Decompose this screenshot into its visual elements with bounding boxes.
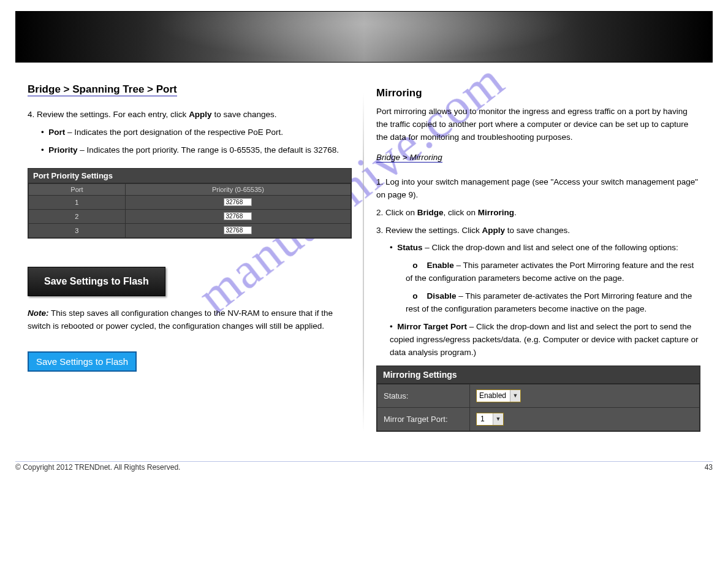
table-row: 2 [29, 209, 351, 223]
step-mid: , click on [444, 208, 478, 217]
table-row: Status: Enabled ▼ [377, 384, 700, 407]
bullet-port-label: Port [48, 128, 67, 137]
bullet-status-body: – Click the drop-down and list and selec… [425, 243, 678, 252]
step-tail: on page 9). [376, 190, 418, 199]
mirroring-settings-title: Mirroring Settings [377, 366, 700, 384]
step-num: 2. [376, 208, 383, 217]
bullet-priority: • Priority – Indicates the port priority… [41, 144, 352, 157]
mirror-step-3: 3. Review the settings. Click Apply to s… [376, 224, 700, 237]
mirroring-settings-box: Mirroring Settings Status: Enabled ▼ Mir… [376, 366, 700, 432]
bridge-path-title: Bridge > Spanning Tree > Port [28, 83, 177, 96]
step-end: . [514, 208, 517, 217]
bullet-mtp: • Mirror Target Port – Click the drop-do… [390, 321, 700, 359]
bullet-mtp-label: Mirror Target Port [397, 322, 469, 331]
sub-enable-label: o Enable [406, 261, 457, 270]
step-num: 1. [376, 177, 383, 186]
bullet-status: • Status – Click the drop-down and list … [390, 242, 700, 255]
right-column: Mirroring Port mirroring allows you to m… [364, 69, 713, 432]
mirror-step-2: 2. Click on Bridge, click on Mirroring. [376, 207, 700, 220]
header-band [15, 11, 713, 63]
apply-word: Apply [482, 226, 506, 235]
mirroring-desc: Port mirroring allows you to monitor the… [376, 105, 700, 144]
pp-priority-input[interactable] [224, 212, 252, 220]
step-4-line: 4. Review the settings. For each entry, … [28, 109, 352, 121]
pp-priority-input[interactable] [224, 198, 252, 206]
mirror-status-label: Status: [377, 384, 470, 407]
port-priority-table: Port Priority Settings Port Priority (0-… [28, 168, 352, 239]
chevron-down-icon: ▼ [510, 390, 520, 402]
pp-port-cell: 2 [29, 209, 126, 223]
note-label: Note: [28, 308, 49, 318]
step-body: Log into your switch management page (se… [383, 177, 550, 186]
left-column: Bridge > Spanning Tree > Port 4. Review … [15, 69, 364, 432]
step-num: 4. [28, 110, 34, 119]
port-priority-title: Port Priority Settings [28, 169, 351, 183]
footer-page-number: 43 [705, 463, 713, 472]
mirroring-path-link[interactable]: Bridge > Mirroring [376, 153, 442, 163]
mirroring-title: Mirroring [376, 87, 700, 99]
sub-enable: o Enable – This parameter activates the … [406, 259, 700, 285]
bullet-status-label: Status [397, 243, 425, 252]
pp-port-cell: 1 [29, 195, 126, 209]
apply-word: Apply [189, 110, 212, 119]
pp-col-priority: Priority (0-65535) [125, 183, 351, 195]
sub-disable: o Disable – This parameter de-activates … [406, 290, 700, 316]
pp-header-row: Port Priority (0-65535) [29, 183, 351, 195]
step-linkish: "Access your switch management page" [550, 177, 698, 186]
step-mirroring: Mirroring [478, 208, 514, 217]
step-body: Review the settings. Click [383, 226, 482, 235]
step-body: Review the settings. For each entry, cli… [34, 110, 189, 119]
bullet-priority-body: – Indicates the port priority. The range… [80, 145, 339, 155]
mirror-target-label: Mirror Target Port: [377, 407, 470, 431]
step-tail: to save changes. [505, 226, 570, 235]
mirror-status-select[interactable]: Enabled ▼ [476, 389, 521, 402]
footer-copyright: © Copyright 2012 TRENDnet. All Rights Re… [15, 463, 180, 472]
step-pre: Click on [383, 208, 417, 217]
table-row: Mirror Target Port: 1 ▼ [377, 407, 700, 431]
footer: © Copyright 2012 TRENDnet. All Rights Re… [0, 462, 728, 484]
bullet-port-body: – Indicates the port designation of the … [67, 128, 283, 137]
mirror-status-value: Enabled [477, 391, 510, 400]
pp-col-port: Port [29, 183, 126, 195]
table-row: 3 [29, 223, 351, 237]
bullet-priority-label: Priority [48, 145, 80, 155]
step-num: 3. [376, 226, 383, 235]
table-row: 1 [29, 195, 351, 209]
note-body: This step saves all configuration change… [28, 308, 333, 331]
save-to-flash-dark-button[interactable]: Save Settings to Flash [28, 267, 165, 296]
pp-priority-input[interactable] [224, 226, 252, 234]
mirror-target-value: 1 [477, 415, 493, 423]
bullet-port: • Port – Indicates the port designation … [41, 126, 352, 139]
mirror-target-select[interactable]: 1 ▼ [476, 413, 504, 426]
save-note: Note: This step saves all configuration … [28, 307, 352, 333]
pp-port-cell: 3 [29, 223, 126, 237]
save-to-flash-blue-button[interactable]: Save Settings to Flash [28, 351, 137, 372]
sub-disable-label: o Disable [406, 291, 458, 301]
step-tail: to save changes. [212, 110, 277, 119]
step-bridge: Bridge [417, 208, 444, 217]
chevron-down-icon: ▼ [493, 413, 503, 425]
mirror-step-1: 1. Log into your switch management page … [376, 176, 700, 202]
